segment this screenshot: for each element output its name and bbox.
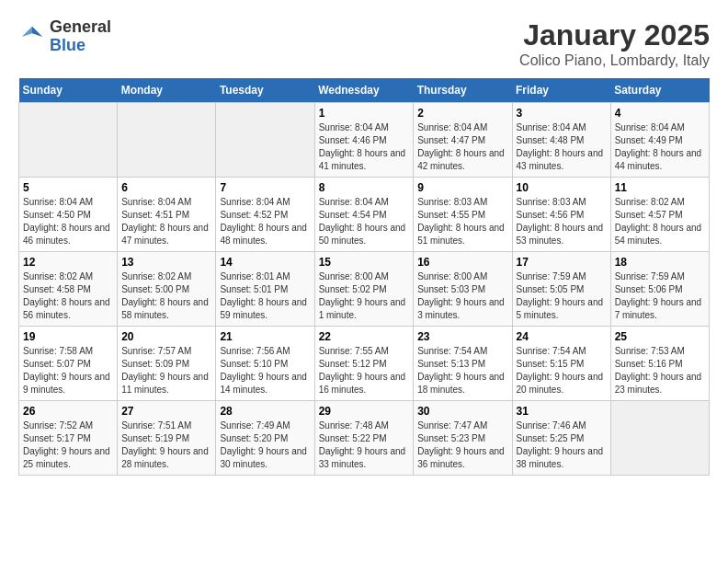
calendar-cell: 5Sunrise: 8:04 AM Sunset: 4:50 PM Daylig… (19, 178, 118, 252)
logo-icon (18, 23, 46, 51)
logo: General Blue (18, 18, 111, 55)
day-info: Sunrise: 8:04 AM Sunset: 4:49 PM Dayligh… (615, 121, 705, 173)
day-info: Sunrise: 7:49 AM Sunset: 5:20 PM Dayligh… (220, 419, 310, 471)
svg-marker-1 (22, 27, 32, 37)
calendar-table: SundayMondayTuesdayWednesdayThursdayFrid… (18, 78, 710, 476)
calendar-week-3: 12Sunrise: 8:02 AM Sunset: 4:58 PM Dayli… (19, 252, 710, 327)
subtitle: Colico Piano, Lombardy, Italy (519, 52, 710, 69)
calendar-cell: 29Sunrise: 7:48 AM Sunset: 5:22 PM Dayli… (314, 401, 414, 476)
day-number: 21 (220, 330, 310, 343)
day-number: 14 (220, 256, 310, 269)
day-number: 28 (220, 405, 310, 418)
header-sunday: Sunday (19, 78, 118, 103)
day-info: Sunrise: 7:59 AM Sunset: 5:05 PM Dayligh… (517, 270, 607, 322)
title-area: January 2025 Colico Piano, Lombardy, Ita… (519, 18, 710, 69)
day-info: Sunrise: 8:04 AM Sunset: 4:51 PM Dayligh… (121, 196, 211, 247)
logo-blue: Blue (50, 37, 111, 55)
day-info: Sunrise: 8:00 AM Sunset: 5:03 PM Dayligh… (417, 270, 507, 322)
calendar-week-4: 19Sunrise: 7:58 AM Sunset: 5:07 PM Dayli… (19, 327, 710, 401)
day-number: 7 (220, 181, 310, 194)
day-info: Sunrise: 8:04 AM Sunset: 4:47 PM Dayligh… (417, 121, 507, 173)
calendar-cell: 25Sunrise: 7:53 AM Sunset: 5:16 PM Dayli… (610, 327, 709, 401)
calendar-cell: 17Sunrise: 7:59 AM Sunset: 5:05 PM Dayli… (512, 252, 610, 327)
calendar-cell: 3Sunrise: 8:04 AM Sunset: 4:48 PM Daylig… (512, 103, 610, 178)
calendar-cell: 22Sunrise: 7:55 AM Sunset: 5:12 PM Dayli… (314, 327, 414, 401)
day-info: Sunrise: 7:48 AM Sunset: 5:22 PM Dayligh… (319, 419, 410, 471)
calendar-cell: 14Sunrise: 8:01 AM Sunset: 5:01 PM Dayli… (216, 252, 314, 327)
header-monday: Monday (118, 78, 216, 103)
calendar-week-2: 5Sunrise: 8:04 AM Sunset: 4:50 PM Daylig… (19, 178, 710, 252)
main-title: January 2025 (519, 18, 710, 52)
calendar-week-5: 26Sunrise: 7:52 AM Sunset: 5:17 PM Dayli… (19, 401, 710, 476)
header-wednesday: Wednesday (314, 78, 414, 103)
day-number: 19 (23, 330, 113, 343)
day-info: Sunrise: 7:55 AM Sunset: 5:12 PM Dayligh… (319, 345, 410, 396)
calendar-cell: 26Sunrise: 7:52 AM Sunset: 5:17 PM Dayli… (19, 401, 118, 476)
calendar-cell: 6Sunrise: 8:04 AM Sunset: 4:51 PM Daylig… (118, 178, 216, 252)
calendar-cell (216, 103, 314, 178)
header-saturday: Saturday (610, 78, 709, 103)
calendar-cell: 12Sunrise: 8:02 AM Sunset: 4:58 PM Dayli… (19, 252, 118, 327)
day-number: 6 (121, 181, 211, 194)
calendar-cell: 19Sunrise: 7:58 AM Sunset: 5:07 PM Dayli… (19, 327, 118, 401)
day-number: 10 (517, 181, 607, 194)
page-header: General Blue January 2025 Colico Piano, … (18, 18, 710, 69)
day-number: 1 (319, 107, 410, 120)
calendar-cell (118, 103, 216, 178)
calendar-cell: 10Sunrise: 8:03 AM Sunset: 4:56 PM Dayli… (512, 178, 610, 252)
day-info: Sunrise: 8:02 AM Sunset: 5:00 PM Dayligh… (121, 270, 211, 322)
calendar-cell: 20Sunrise: 7:57 AM Sunset: 5:09 PM Dayli… (118, 327, 216, 401)
day-info: Sunrise: 7:53 AM Sunset: 5:16 PM Dayligh… (615, 345, 705, 396)
day-info: Sunrise: 7:59 AM Sunset: 5:06 PM Dayligh… (615, 270, 705, 322)
calendar-cell: 24Sunrise: 7:54 AM Sunset: 5:15 PM Dayli… (512, 327, 610, 401)
day-number: 8 (319, 181, 410, 194)
day-number: 13 (121, 256, 211, 269)
svg-marker-0 (32, 27, 42, 37)
header-thursday: Thursday (414, 78, 512, 103)
day-number: 25 (615, 330, 705, 343)
day-info: Sunrise: 7:46 AM Sunset: 5:25 PM Dayligh… (517, 419, 607, 471)
day-info: Sunrise: 8:01 AM Sunset: 5:01 PM Dayligh… (220, 270, 310, 322)
calendar-week-1: 1Sunrise: 8:04 AM Sunset: 4:46 PM Daylig… (19, 103, 710, 178)
day-number: 3 (517, 107, 607, 120)
day-number: 11 (615, 181, 705, 194)
calendar-cell: 16Sunrise: 8:00 AM Sunset: 5:03 PM Dayli… (414, 252, 512, 327)
day-info: Sunrise: 7:57 AM Sunset: 5:09 PM Dayligh… (121, 345, 211, 396)
day-info: Sunrise: 7:47 AM Sunset: 5:23 PM Dayligh… (417, 419, 507, 471)
calendar-cell (19, 103, 118, 178)
calendar-cell: 9Sunrise: 8:03 AM Sunset: 4:55 PM Daylig… (414, 178, 512, 252)
day-number: 23 (417, 330, 507, 343)
day-number: 2 (417, 107, 507, 120)
calendar-cell: 11Sunrise: 8:02 AM Sunset: 4:57 PM Dayli… (610, 178, 709, 252)
day-number: 16 (417, 256, 507, 269)
calendar-cell: 31Sunrise: 7:46 AM Sunset: 5:25 PM Dayli… (512, 401, 610, 476)
calendar-cell (610, 401, 709, 476)
day-number: 30 (417, 405, 507, 418)
calendar-header-row: SundayMondayTuesdayWednesdayThursdayFrid… (19, 78, 710, 103)
day-number: 22 (319, 330, 410, 343)
calendar-cell: 15Sunrise: 8:00 AM Sunset: 5:02 PM Dayli… (314, 252, 414, 327)
day-number: 18 (615, 256, 705, 269)
day-number: 27 (121, 405, 211, 418)
calendar-cell: 2Sunrise: 8:04 AM Sunset: 4:47 PM Daylig… (414, 103, 512, 178)
calendar-cell: 23Sunrise: 7:54 AM Sunset: 5:13 PM Dayli… (414, 327, 512, 401)
day-number: 24 (517, 330, 607, 343)
calendar-cell: 18Sunrise: 7:59 AM Sunset: 5:06 PM Dayli… (610, 252, 709, 327)
calendar-cell: 13Sunrise: 8:02 AM Sunset: 5:00 PM Dayli… (118, 252, 216, 327)
calendar-cell: 30Sunrise: 7:47 AM Sunset: 5:23 PM Dayli… (414, 401, 512, 476)
day-info: Sunrise: 7:56 AM Sunset: 5:10 PM Dayligh… (220, 345, 310, 396)
logo-text: General Blue (50, 18, 111, 55)
day-number: 17 (517, 256, 607, 269)
calendar-cell: 8Sunrise: 8:04 AM Sunset: 4:54 PM Daylig… (314, 178, 414, 252)
day-number: 5 (23, 181, 113, 194)
day-info: Sunrise: 8:04 AM Sunset: 4:52 PM Dayligh… (220, 196, 310, 247)
calendar-cell: 4Sunrise: 8:04 AM Sunset: 4:49 PM Daylig… (610, 103, 709, 178)
day-info: Sunrise: 7:51 AM Sunset: 5:19 PM Dayligh… (121, 419, 211, 471)
calendar-cell: 21Sunrise: 7:56 AM Sunset: 5:10 PM Dayli… (216, 327, 314, 401)
day-info: Sunrise: 8:02 AM Sunset: 4:58 PM Dayligh… (23, 270, 113, 322)
calendar-cell: 7Sunrise: 8:04 AM Sunset: 4:52 PM Daylig… (216, 178, 314, 252)
day-info: Sunrise: 8:04 AM Sunset: 4:46 PM Dayligh… (319, 121, 410, 173)
day-number: 4 (615, 107, 705, 120)
calendar-cell: 1Sunrise: 8:04 AM Sunset: 4:46 PM Daylig… (314, 103, 414, 178)
day-info: Sunrise: 8:02 AM Sunset: 4:57 PM Dayligh… (615, 196, 705, 247)
